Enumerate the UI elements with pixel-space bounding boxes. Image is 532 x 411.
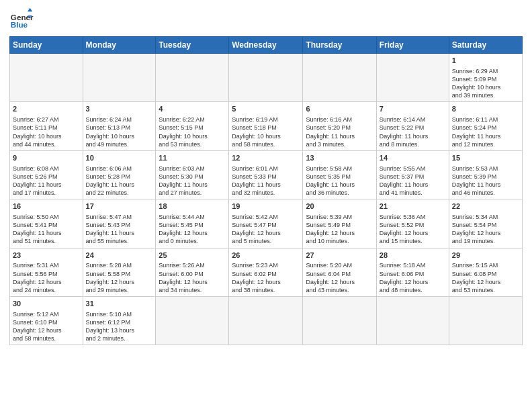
day-info: Sunrise: 6:27 AM Sunset: 5:11 PM Dayligh… bbox=[13, 116, 80, 148]
day-info: Sunrise: 5:36 AM Sunset: 5:52 PM Dayligh… bbox=[380, 213, 446, 246]
calendar-cell: 21Sunrise: 5:36 AM Sunset: 5:52 PM Dayli… bbox=[376, 199, 449, 248]
day-number: 12 bbox=[232, 153, 300, 163]
day-info: Sunrise: 5:58 AM Sunset: 5:35 PM Dayligh… bbox=[306, 165, 373, 197]
calendar-week-row: 2Sunrise: 6:27 AM Sunset: 5:11 PM Daylig… bbox=[10, 102, 523, 150]
day-info: Sunrise: 5:55 AM Sunset: 5:37 PM Dayligh… bbox=[380, 165, 446, 197]
day-number: 26 bbox=[232, 250, 300, 261]
day-info: Sunrise: 6:11 AM Sunset: 5:24 PM Dayligh… bbox=[452, 116, 519, 148]
day-number: 28 bbox=[380, 250, 446, 261]
calendar-cell bbox=[376, 54, 449, 102]
day-info: Sunrise: 6:22 AM Sunset: 5:15 PM Dayligh… bbox=[159, 116, 226, 148]
day-number: 17 bbox=[86, 201, 153, 212]
calendar-week-row: 1Sunrise: 6:29 AM Sunset: 5:09 PM Daylig… bbox=[10, 54, 523, 102]
weekday-header-monday: Monday bbox=[83, 37, 156, 54]
day-number: 4 bbox=[159, 104, 226, 114]
calendar-cell: 26Sunrise: 5:23 AM Sunset: 6:02 PM Dayli… bbox=[229, 248, 303, 296]
calendar-cell bbox=[156, 297, 229, 345]
day-info: Sunrise: 5:23 AM Sunset: 6:02 PM Dayligh… bbox=[232, 261, 300, 294]
day-info: Sunrise: 6:01 AM Sunset: 5:33 PM Dayligh… bbox=[232, 165, 300, 197]
day-number: 15 bbox=[452, 153, 519, 163]
calendar-cell: 2Sunrise: 6:27 AM Sunset: 5:11 PM Daylig… bbox=[10, 102, 83, 150]
day-info: Sunrise: 5:10 AM Sunset: 6:12 PM Dayligh… bbox=[86, 310, 153, 343]
day-number: 27 bbox=[306, 250, 373, 261]
calendar-cell: 9Sunrise: 6:08 AM Sunset: 5:26 PM Daylig… bbox=[10, 150, 83, 199]
svg-marker-2 bbox=[28, 8, 32, 11]
calendar-cell: 6Sunrise: 6:16 AM Sunset: 5:20 PM Daylig… bbox=[303, 102, 376, 150]
calendar-cell: 25Sunrise: 5:26 AM Sunset: 6:00 PM Dayli… bbox=[156, 248, 229, 296]
calendar-cell bbox=[449, 297, 522, 345]
day-number: 1 bbox=[452, 56, 519, 66]
calendar-cell: 14Sunrise: 5:55 AM Sunset: 5:37 PM Dayli… bbox=[376, 150, 449, 199]
day-number: 2 bbox=[13, 104, 80, 114]
weekday-header-tuesday: Tuesday bbox=[156, 37, 229, 54]
day-info: Sunrise: 5:20 AM Sunset: 6:04 PM Dayligh… bbox=[306, 261, 373, 294]
calendar-cell bbox=[376, 297, 449, 345]
calendar-cell: 7Sunrise: 6:14 AM Sunset: 5:22 PM Daylig… bbox=[376, 102, 449, 150]
day-info: Sunrise: 6:16 AM Sunset: 5:20 PM Dayligh… bbox=[306, 116, 373, 148]
day-number: 16 bbox=[13, 201, 80, 212]
weekday-header-saturday: Saturday bbox=[449, 37, 522, 54]
day-info: Sunrise: 6:24 AM Sunset: 5:13 PM Dayligh… bbox=[86, 116, 153, 148]
day-number: 18 bbox=[159, 201, 226, 212]
calendar-cell: 28Sunrise: 5:18 AM Sunset: 6:06 PM Dayli… bbox=[376, 248, 449, 296]
calendar-week-row: 16Sunrise: 5:50 AM Sunset: 5:41 PM Dayli… bbox=[10, 199, 523, 248]
day-number: 8 bbox=[452, 104, 519, 114]
calendar-cell bbox=[156, 54, 229, 102]
day-number: 3 bbox=[86, 104, 153, 114]
logo-icon: General Blue bbox=[9, 7, 34, 31]
day-info: Sunrise: 5:39 AM Sunset: 5:49 PM Dayligh… bbox=[306, 213, 373, 246]
calendar-cell: 20Sunrise: 5:39 AM Sunset: 5:49 PM Dayli… bbox=[303, 199, 376, 248]
day-info: Sunrise: 6:29 AM Sunset: 5:09 PM Dayligh… bbox=[452, 67, 519, 100]
calendar-table: SundayMondayTuesdayWednesdayThursdayFrid… bbox=[9, 36, 523, 345]
calendar-week-row: 23Sunrise: 5:31 AM Sunset: 5:56 PM Dayli… bbox=[10, 248, 523, 296]
day-number: 29 bbox=[452, 250, 519, 261]
day-number: 14 bbox=[380, 153, 446, 163]
weekday-header-friday: Friday bbox=[376, 37, 449, 54]
day-number: 5 bbox=[232, 104, 300, 114]
calendar-week-row: 30Sunrise: 5:12 AM Sunset: 6:10 PM Dayli… bbox=[10, 297, 523, 345]
day-number: 31 bbox=[86, 299, 153, 309]
day-number: 11 bbox=[159, 153, 226, 163]
day-number: 20 bbox=[306, 201, 373, 212]
day-info: Sunrise: 5:28 AM Sunset: 5:58 PM Dayligh… bbox=[86, 261, 153, 294]
day-number: 25 bbox=[159, 250, 226, 261]
day-info: Sunrise: 5:12 AM Sunset: 6:10 PM Dayligh… bbox=[13, 310, 80, 343]
calendar-cell: 31Sunrise: 5:10 AM Sunset: 6:12 PM Dayli… bbox=[83, 297, 156, 345]
day-number: 7 bbox=[380, 104, 446, 114]
calendar-cell: 10Sunrise: 6:06 AM Sunset: 5:28 PM Dayli… bbox=[83, 150, 156, 199]
weekday-header-row: SundayMondayTuesdayWednesdayThursdayFrid… bbox=[10, 37, 523, 54]
day-number: 6 bbox=[306, 104, 373, 114]
calendar-cell: 17Sunrise: 5:47 AM Sunset: 5:43 PM Dayli… bbox=[83, 199, 156, 248]
weekday-header-sunday: Sunday bbox=[10, 37, 83, 54]
day-info: Sunrise: 5:50 AM Sunset: 5:41 PM Dayligh… bbox=[13, 213, 80, 246]
calendar-cell: 27Sunrise: 5:20 AM Sunset: 6:04 PM Dayli… bbox=[303, 248, 376, 296]
calendar-cell bbox=[303, 297, 376, 345]
day-number: 19 bbox=[232, 201, 300, 212]
calendar-cell: 24Sunrise: 5:28 AM Sunset: 5:58 PM Dayli… bbox=[83, 248, 156, 296]
day-number: 13 bbox=[306, 153, 373, 163]
page-header: General Blue bbox=[9, 7, 523, 31]
day-info: Sunrise: 5:26 AM Sunset: 6:00 PM Dayligh… bbox=[159, 261, 226, 294]
calendar-cell bbox=[10, 54, 83, 102]
day-info: Sunrise: 6:08 AM Sunset: 5:26 PM Dayligh… bbox=[13, 165, 80, 197]
day-info: Sunrise: 6:03 AM Sunset: 5:30 PM Dayligh… bbox=[159, 165, 226, 197]
day-info: Sunrise: 5:34 AM Sunset: 5:54 PM Dayligh… bbox=[452, 213, 519, 246]
calendar-cell: 29Sunrise: 5:15 AM Sunset: 6:08 PM Dayli… bbox=[449, 248, 522, 296]
day-info: Sunrise: 5:18 AM Sunset: 6:06 PM Dayligh… bbox=[380, 261, 446, 294]
calendar-cell: 19Sunrise: 5:42 AM Sunset: 5:47 PM Dayli… bbox=[229, 199, 303, 248]
calendar-cell: 5Sunrise: 6:19 AM Sunset: 5:18 PM Daylig… bbox=[229, 102, 303, 150]
day-number: 23 bbox=[13, 250, 80, 261]
day-number: 22 bbox=[452, 201, 519, 212]
calendar-cell bbox=[229, 297, 303, 345]
calendar-cell: 1Sunrise: 6:29 AM Sunset: 5:09 PM Daylig… bbox=[449, 54, 522, 102]
day-info: Sunrise: 5:44 AM Sunset: 5:45 PM Dayligh… bbox=[159, 213, 226, 246]
calendar-cell: 4Sunrise: 6:22 AM Sunset: 5:15 PM Daylig… bbox=[156, 102, 229, 150]
calendar-cell bbox=[83, 54, 156, 102]
calendar-cell: 30Sunrise: 5:12 AM Sunset: 6:10 PM Dayli… bbox=[10, 297, 83, 345]
day-info: Sunrise: 5:47 AM Sunset: 5:43 PM Dayligh… bbox=[86, 213, 153, 246]
day-info: Sunrise: 5:31 AM Sunset: 5:56 PM Dayligh… bbox=[13, 261, 80, 294]
calendar-cell: 22Sunrise: 5:34 AM Sunset: 5:54 PM Dayli… bbox=[449, 199, 522, 248]
calendar-cell: 3Sunrise: 6:24 AM Sunset: 5:13 PM Daylig… bbox=[83, 102, 156, 150]
day-number: 10 bbox=[86, 153, 153, 163]
day-info: Sunrise: 5:53 AM Sunset: 5:39 PM Dayligh… bbox=[452, 165, 519, 197]
